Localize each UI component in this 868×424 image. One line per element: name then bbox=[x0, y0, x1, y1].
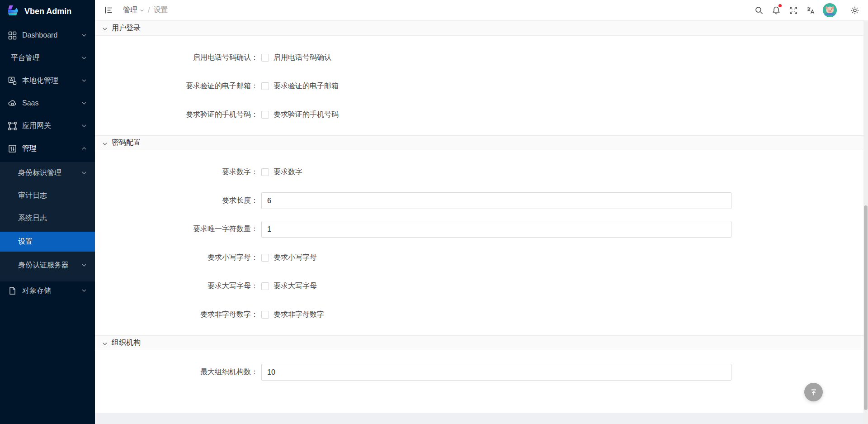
form-label: 要求数字： bbox=[95, 167, 258, 177]
unique-chars-input[interactable] bbox=[261, 221, 731, 238]
sidebar-item-platform-management[interactable]: 平台管理 bbox=[0, 49, 95, 67]
form-row-phone-confirm: 启用电话号码确认： 启用电话号码确认 bbox=[95, 49, 868, 66]
user-avatar[interactable] bbox=[819, 0, 840, 21]
require-nonalphanumeric-checkbox[interactable] bbox=[261, 311, 269, 319]
translate-icon bbox=[806, 6, 815, 15]
sidebar-item-app-gateway[interactable]: 应用网关 bbox=[0, 117, 95, 135]
checkbox-label[interactable]: 要求验证的手机号码 bbox=[274, 110, 339, 119]
chevron-down-icon bbox=[102, 340, 108, 346]
form-row-email-verified: 要求验证的电子邮箱： 要求验证的电子邮箱 bbox=[95, 78, 868, 95]
breadcrumb-item-admin[interactable]: 管理 bbox=[123, 5, 144, 15]
require-uppercase-checkbox[interactable] bbox=[261, 282, 269, 290]
require-lowercase-checkbox[interactable] bbox=[261, 254, 269, 262]
sidebar: Vben Admin Dashboard 平台管理 bbox=[0, 0, 95, 424]
sidebar-item-object-storage[interactable]: 对象存储 bbox=[0, 281, 95, 300]
form-label: 要求验证的电子邮箱： bbox=[95, 81, 258, 91]
arrow-up-to-line-icon bbox=[809, 388, 818, 397]
header-bar: 管理 / 设置 bbox=[95, 0, 868, 21]
required-length-input[interactable] bbox=[261, 192, 731, 209]
section-body-password-config: 要求数字： 要求数字 要求长度： 要求唯一字符数量： bbox=[95, 150, 868, 335]
checkbox-label[interactable]: 要求验证的电子邮箱 bbox=[274, 81, 339, 91]
fullscreen-button[interactable] bbox=[785, 0, 802, 21]
file-icon bbox=[8, 286, 17, 295]
sidebar-item-admin[interactable]: 管理 bbox=[0, 139, 95, 157]
app-root: Vben Admin Dashboard 平台管理 bbox=[0, 0, 868, 424]
caret-down-icon bbox=[140, 6, 144, 14]
settings-button[interactable] bbox=[846, 0, 863, 21]
form-row-unique-chars: 要求唯一字符数量： bbox=[95, 221, 868, 238]
app-title: Vben Admin bbox=[24, 7, 71, 16]
form-row-required-length: 要求长度： bbox=[95, 192, 868, 209]
sidebar-item-localization[interactable]: 本地化管理 bbox=[0, 71, 95, 90]
chevron-down-icon bbox=[102, 25, 108, 31]
gear-icon bbox=[850, 6, 859, 15]
form-label: 要求唯一字符数量： bbox=[95, 224, 258, 234]
section-header-organization[interactable]: 组织机构 bbox=[95, 335, 868, 350]
form-label: 要求非字母数字： bbox=[95, 310, 258, 319]
chevron-down-icon bbox=[81, 55, 87, 61]
sidebar-subitem-audit-logs[interactable]: 审计日志 bbox=[0, 186, 95, 205]
scrollbar-thumb[interactable] bbox=[864, 205, 868, 410]
form-label: 要求小写字母： bbox=[95, 253, 258, 262]
search-icon bbox=[755, 6, 764, 15]
section-body-user-login: 启用电话号码确认： 启用电话号码确认 要求验证的电子邮箱： 要求验证的电子邮箱 bbox=[95, 36, 868, 135]
chevron-down-icon bbox=[81, 123, 87, 129]
sidebar-subitem-settings[interactable]: 设置 bbox=[0, 232, 95, 252]
checkbox-label[interactable]: 要求小写字母 bbox=[274, 253, 317, 262]
chevron-up-icon bbox=[81, 146, 87, 151]
settings-form-card: 用户登录 启用电话号码确认： 启用电话号码确认 要求验证的电子邮箱： bbox=[95, 21, 868, 413]
phone-confirm-checkbox[interactable] bbox=[261, 54, 269, 62]
notification-button[interactable] bbox=[768, 0, 785, 21]
locale-switch-button[interactable] bbox=[802, 0, 819, 21]
sidebar-nav: Dashboard 平台管理 本地 bbox=[0, 23, 95, 304]
require-digit-checkbox[interactable] bbox=[261, 168, 269, 176]
chevron-down-icon bbox=[81, 78, 87, 83]
collapse-sidebar-button[interactable] bbox=[101, 3, 116, 18]
content-scroll-area: 用户登录 启用电话号码确认： 启用电话号码确认 要求验证的电子邮箱： bbox=[95, 21, 868, 424]
admin-sliders-icon bbox=[8, 144, 17, 153]
max-org-units-input[interactable] bbox=[261, 364, 731, 381]
form-row-require-digit: 要求数字： 要求数字 bbox=[95, 164, 868, 181]
form-label: 要求长度： bbox=[95, 196, 258, 205]
form-row-require-nonalphanumeric: 要求非字母数字： 要求非字母数字 bbox=[95, 306, 868, 323]
form-label: 要求验证的手机号码： bbox=[95, 110, 258, 119]
section-title: 用户登录 bbox=[112, 24, 141, 33]
checkbox-label[interactable]: 要求大写字母 bbox=[274, 281, 317, 291]
form-row-require-lowercase: 要求小写字母： 要求小写字母 bbox=[95, 249, 868, 266]
sidebar-item-saas[interactable]: Saas bbox=[0, 94, 95, 112]
search-button[interactable] bbox=[750, 0, 768, 21]
checkbox-label[interactable]: 要求数字 bbox=[274, 167, 302, 177]
localization-icon bbox=[8, 76, 17, 85]
sidebar-item-dashboard[interactable]: Dashboard bbox=[0, 26, 95, 44]
form-label: 最大组织机构数： bbox=[95, 367, 258, 377]
chevron-down-icon bbox=[81, 288, 87, 293]
sidebar-subitem-identity-server[interactable]: 身份认证服务器 bbox=[0, 256, 95, 274]
dashboard-icon bbox=[8, 31, 17, 40]
section-header-password-config[interactable]: 密码配置 bbox=[95, 135, 868, 150]
sidebar-subitem-system-logs[interactable]: 系统日志 bbox=[0, 209, 95, 227]
form-label: 要求大写字母： bbox=[95, 281, 258, 291]
breadcrumb-separator: / bbox=[148, 6, 150, 14]
back-to-top-button[interactable] bbox=[804, 383, 823, 401]
saas-cloud-icon bbox=[8, 99, 17, 108]
chevron-down-icon bbox=[81, 262, 87, 268]
form-row-phone-verified: 要求验证的手机号码： 要求验证的手机号码 bbox=[95, 106, 868, 123]
phone-verified-checkbox[interactable] bbox=[261, 111, 269, 119]
chevron-down-icon bbox=[81, 170, 87, 176]
section-header-user-login[interactable]: 用户登录 bbox=[95, 21, 868, 36]
sidebar-subitem-identity-management[interactable]: 身份标识管理 bbox=[0, 164, 95, 182]
scrollbar-track[interactable] bbox=[863, 21, 868, 424]
checkbox-label[interactable]: 要求非字母数字 bbox=[274, 310, 324, 319]
section-title: 组织机构 bbox=[112, 338, 141, 348]
checkbox-label[interactable]: 启用电话号码确认 bbox=[274, 53, 331, 62]
app-logo[interactable]: Vben Admin bbox=[0, 0, 95, 23]
notification-dot bbox=[778, 4, 782, 7]
section-body-organization: 最大组织机构数： bbox=[95, 350, 868, 393]
chevron-down-icon bbox=[102, 140, 108, 146]
section-title: 密码配置 bbox=[112, 138, 141, 148]
vben-logo-icon bbox=[6, 4, 20, 19]
main-area: 管理 / 设置 bbox=[95, 0, 868, 424]
breadcrumb: 管理 / 设置 bbox=[123, 5, 168, 15]
email-verified-checkbox[interactable] bbox=[261, 82, 269, 90]
form-row-max-org-units: 最大组织机构数： bbox=[95, 364, 868, 381]
